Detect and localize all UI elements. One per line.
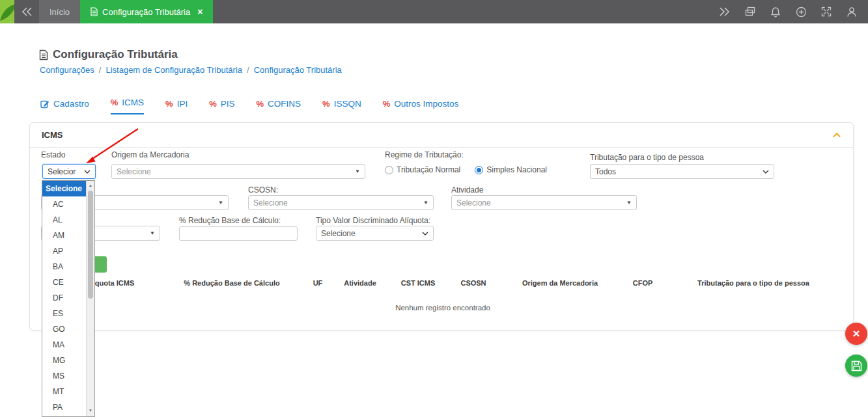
radio-simples-nacional-label: Simples Nacional [486, 165, 547, 174]
tab-issqn-label: ISSQN [334, 99, 361, 109]
tab-ipi[interactable]: % IPI [165, 99, 188, 114]
tab-outros-impostos[interactable]: % Outros Impostos [383, 99, 459, 114]
tipo-pessoa-label: Tributação para o tipo de pessoa [590, 153, 704, 162]
caret-down-icon: ▼ [218, 200, 223, 206]
scroll-down-icon[interactable]: ▼ [87, 406, 94, 415]
caret-down-icon: ▼ [355, 168, 360, 174]
radio-tributacao-normal[interactable]: Tributação Normal [385, 165, 460, 174]
col-cst-icms: CST ICMS [401, 279, 436, 287]
tab-configuracao-label: Configuração Tributária [102, 7, 190, 17]
close-tab-icon[interactable]: × [197, 7, 203, 16]
user-profile-icon[interactable] [846, 6, 858, 18]
estado-select[interactable]: Selecione [42, 164, 96, 179]
chevron-down-icon [84, 170, 91, 174]
page-title: Configuração Tributária [53, 48, 178, 61]
origem-mercadoria-select[interactable]: Selecione ▼ [111, 164, 365, 179]
breadcrumb-link-listagem[interactable]: Listagem de Configuração Tributária [105, 65, 242, 75]
col-cfop: CFOP [633, 279, 653, 287]
col-atividade: Atividade [344, 279, 376, 287]
icms-panel: ICMS Estado Selecione Origem da Mercador… [29, 122, 854, 330]
option-mt[interactable]: MT [42, 384, 86, 399]
dropdown-scrollbar[interactable]: ▲ ▼ [86, 181, 94, 416]
document-icon [39, 49, 48, 61]
tab-scroll-left-icon[interactable] [14, 0, 39, 23]
document-icon [91, 7, 98, 16]
option-es[interactable]: ES [42, 306, 86, 321]
topbar-actions [719, 0, 868, 23]
cancel-fab-button[interactable]: × [845, 323, 867, 345]
percent-icon: % [383, 99, 391, 109]
chevron-down-icon [763, 170, 769, 174]
radio-simples-nacional[interactable]: Simples Nacional [475, 165, 547, 174]
reducao-base-input[interactable] [179, 226, 298, 241]
caret-down-icon: ▼ [150, 230, 155, 236]
expand-icon[interactable] [820, 6, 832, 18]
caret-down-icon: ▼ [626, 200, 632, 206]
atividade-select[interactable]: Selecione ▼ [451, 195, 637, 210]
tab-inicio-label: Início [49, 7, 70, 17]
breadcrumb-separator: / [99, 65, 102, 75]
tab-configuracao-tributaria[interactable]: Configuração Tributária × [80, 0, 213, 23]
estado-label: Estado [41, 150, 65, 159]
empty-table-message: Nenhum registro encontrado [395, 304, 490, 312]
breadcrumb-link-configuracoes[interactable]: Configurações [40, 65, 94, 75]
tab-icms[interactable]: % ICMS [111, 98, 144, 114]
option-selecione[interactable]: Selecione [42, 181, 86, 196]
app-logo [0, 0, 14, 23]
notifications-bell-icon[interactable] [770, 6, 781, 18]
tipo-valor-label: Tipo Valor Discriminado Alíquota: [316, 216, 430, 225]
estado-options: Selecione AC AL AM AP BA CE DF ES GO MA … [42, 181, 86, 416]
tab-ipi-label: IPI [177, 99, 188, 109]
tab-pis[interactable]: % PIS [209, 99, 234, 114]
tipo-valor-select[interactable]: Selecione [316, 226, 434, 241]
breadcrumb: Configurações / Listagem de Configuração… [40, 65, 342, 75]
tab-icms-label: ICMS [122, 98, 144, 107]
breadcrumb-current[interactable]: Configuração Tributária [254, 65, 342, 75]
regime-tributacao-label: Regime de Tributação: [385, 150, 464, 159]
collapse-panel-icon[interactable] [832, 132, 841, 138]
tipo-pessoa-select[interactable]: Todos [590, 164, 774, 179]
save-fab-button[interactable] [845, 355, 867, 377]
origem-select-value: Selecione [117, 167, 151, 176]
option-df[interactable]: DF [42, 290, 86, 306]
csosn-select-value: Selecione [253, 198, 288, 208]
radio-tributacao-normal-label: Tributação Normal [397, 165, 460, 174]
icms-panel-header: ICMS [30, 123, 853, 148]
col-origem: Origem da Mercadoria [522, 279, 598, 287]
option-ac[interactable]: AC [42, 196, 86, 212]
option-ap[interactable]: AP [42, 243, 86, 259]
option-ba[interactable]: BA [42, 259, 86, 275]
estado-dropdown-list: Selecione AC AL AM AP BA CE DF ES GO MA … [42, 180, 95, 417]
tab-cofins-label: COFINS [268, 99, 301, 109]
option-am[interactable]: AM [42, 228, 86, 243]
origem-mercadoria-label: Origem da Mercadoria [111, 150, 189, 159]
option-ce[interactable]: CE [42, 275, 86, 290]
tab-cofins[interactable]: % COFINS [257, 99, 301, 114]
estado-select-value: Selecione [48, 167, 76, 176]
reducao-base-label: % Redução Base de Cálculo: [179, 216, 281, 225]
add-new-icon[interactable] [795, 6, 807, 18]
percent-icon: % [165, 99, 173, 109]
percent-icon: % [322, 99, 330, 109]
option-go[interactable]: GO [42, 321, 86, 337]
option-al[interactable]: AL [42, 212, 86, 228]
option-mg[interactable]: MG [42, 353, 86, 368]
tab-cadastro[interactable]: Cadastro [40, 99, 89, 114]
panel-title: ICMS [42, 130, 63, 140]
scroll-up-icon[interactable]: ▲ [87, 181, 94, 190]
tab-issqn[interactable]: % ISSQN [322, 99, 361, 114]
radio-unchecked-icon [385, 166, 393, 174]
tab-cadastro-label: Cadastro [53, 99, 89, 109]
option-ma[interactable]: MA [42, 337, 86, 353]
tab-scroll-right-icon[interactable] [719, 6, 731, 18]
scrollbar-thumb[interactable] [88, 191, 93, 299]
tipo-valor-select-value: Selecione [321, 229, 356, 238]
percent-icon: % [209, 99, 217, 109]
csosn-select[interactable]: Selecione ▼ [248, 195, 434, 210]
option-pa[interactable]: PA [42, 399, 86, 415]
col-csosn: CSOSN [460, 279, 486, 287]
option-ms[interactable]: MS [42, 368, 86, 384]
windows-icon[interactable] [744, 6, 756, 18]
tipo-pessoa-select-value: Todos [595, 167, 616, 176]
tab-inicio[interactable]: Início [39, 0, 80, 23]
